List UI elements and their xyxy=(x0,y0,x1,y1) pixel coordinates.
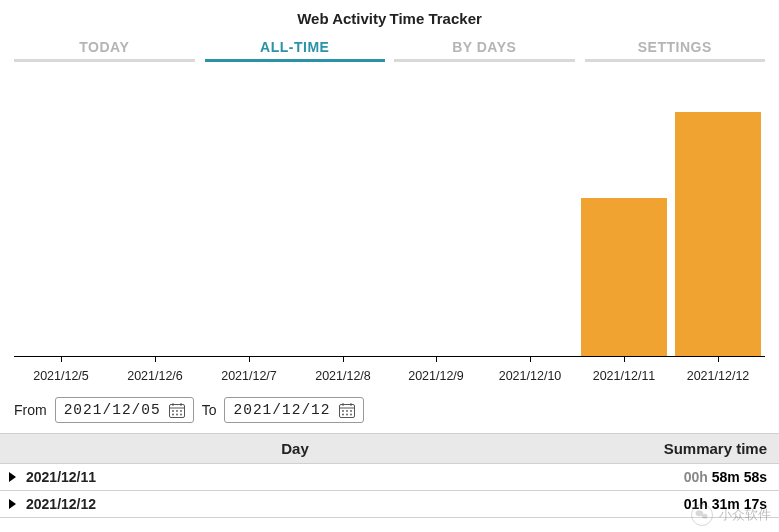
tab-settings[interactable]: SETTINGS xyxy=(585,33,766,62)
watermark: 小众软件 xyxy=(691,504,771,526)
svg-point-19 xyxy=(350,413,352,415)
from-label: From xyxy=(14,402,47,418)
page-title: Web Activity Time Tracker xyxy=(0,0,779,33)
chart-x-labels: 2021/12/52021/12/62021/12/72021/12/82021… xyxy=(14,369,765,383)
chart-x-tick: 2021/12/8 xyxy=(296,369,390,383)
svg-point-5 xyxy=(176,410,178,412)
tab-by-days[interactable]: BY DAYS xyxy=(394,33,575,62)
chart-bar xyxy=(671,88,765,356)
from-date-value: 2021/12/05 xyxy=(64,402,161,418)
to-date-input[interactable]: 2021/12/12 xyxy=(224,397,363,423)
wechat-icon xyxy=(691,504,713,526)
chart-x-tick: 2021/12/5 xyxy=(14,369,108,383)
row-day: 2021/12/12 xyxy=(26,496,547,512)
svg-point-9 xyxy=(180,413,182,415)
chart-bar xyxy=(296,88,390,356)
th-summary: Summary time xyxy=(577,440,767,457)
from-date-input[interactable]: 2021/12/05 xyxy=(55,397,194,423)
chart-bar xyxy=(390,88,483,356)
chart-x-tick: 2021/12/11 xyxy=(577,369,671,383)
th-day: Day xyxy=(12,440,577,457)
tab-all-time[interactable]: ALL-TIME xyxy=(205,33,386,62)
chart-x-tick: 2021/12/10 xyxy=(483,369,577,383)
to-date-value: 2021/12/12 xyxy=(233,402,330,418)
chart-x-tick: 2021/12/12 xyxy=(671,369,765,383)
calendar-icon xyxy=(339,403,355,418)
chevron-right-icon[interactable] xyxy=(6,470,20,484)
chart-x-tick: 2021/12/6 xyxy=(108,369,202,383)
chart-bar xyxy=(202,88,296,356)
svg-point-4 xyxy=(172,410,174,412)
chevron-right-icon[interactable] xyxy=(6,497,20,511)
calendar-icon xyxy=(169,403,185,418)
tabs: TODAY ALL-TIME BY DAYS SETTINGS xyxy=(0,33,779,62)
chart-x-tick: 2021/12/7 xyxy=(202,369,296,383)
svg-point-7 xyxy=(172,413,174,415)
svg-point-6 xyxy=(180,410,182,412)
chart-bar xyxy=(108,88,202,356)
table-header: Day Summary time xyxy=(0,433,779,464)
to-label: To xyxy=(202,402,217,418)
svg-point-18 xyxy=(346,413,348,415)
chart-bar xyxy=(14,88,108,356)
svg-point-14 xyxy=(342,410,344,412)
svg-point-15 xyxy=(346,410,348,412)
svg-point-16 xyxy=(350,410,352,412)
table-row[interactable]: 2021/12/11 00h 58m 58s xyxy=(0,464,779,491)
chart: 2021/12/52021/12/62021/12/72021/12/82021… xyxy=(0,88,779,383)
svg-point-8 xyxy=(176,413,178,415)
chart-bar xyxy=(577,88,671,356)
tab-today[interactable]: TODAY xyxy=(14,33,195,62)
row-summary: 00h 58m 58s xyxy=(547,469,767,485)
svg-point-17 xyxy=(342,413,344,415)
row-day: 2021/12/11 xyxy=(26,469,547,485)
chart-plot xyxy=(14,88,765,357)
date-range: From 2021/12/05 To 2021/12/12 xyxy=(0,383,779,433)
chart-bar xyxy=(483,88,577,356)
table-row[interactable]: 2021/12/12 01h 31m 17s xyxy=(0,491,779,518)
chart-x-tick: 2021/12/9 xyxy=(390,369,483,383)
